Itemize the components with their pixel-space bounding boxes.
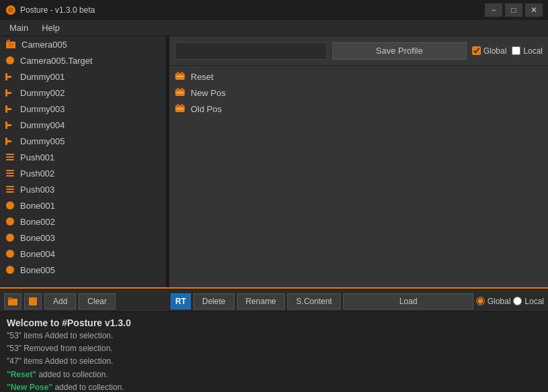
profile-item-label: New Pos — [191, 88, 226, 98]
global-radio[interactable] — [476, 297, 485, 305]
profile-item-label: Old Pos — [191, 104, 222, 114]
right-panel: Save Profile Global Local Reset — [169, 36, 548, 287]
dummy-icon — [5, 88, 15, 97]
list-item-label: Camera005.Target — [20, 56, 93, 66]
log-lines: "53" items Added to selection."53" Remov… — [7, 330, 541, 392]
profile-icon — [175, 71, 185, 82]
svg-rect-20 — [6, 170, 14, 171]
list-item-label: Push002 — [20, 168, 54, 179]
search-input[interactable] — [175, 42, 327, 60]
svg-rect-8 — [5, 73, 7, 81]
list-item[interactable]: Push001 — [0, 149, 166, 165]
list-item[interactable]: Bone004 — [0, 246, 166, 262]
load-button[interactable]: Load — [343, 293, 473, 309]
circle-icon — [5, 217, 15, 226]
dummy-icon — [5, 104, 15, 113]
svg-rect-22 — [6, 175, 14, 177]
list-item[interactable]: Camera005.Target — [0, 52, 166, 68]
svg-rect-34 — [177, 76, 183, 77]
list-item[interactable]: Push002 — [0, 165, 166, 181]
title-bar: Posture - v1.3.0 beta − □ ✕ — [0, 0, 548, 20]
circle-icon — [5, 265, 15, 275]
list-item-label: Bone002 — [20, 217, 55, 227]
s-content-button[interactable]: S.Content — [287, 293, 340, 309]
folder-icon — [8, 297, 17, 305]
log-line: "Reset" added to collection. — [7, 369, 541, 381]
svg-rect-21 — [6, 173, 14, 174]
list-item[interactable]: Bone005 — [0, 262, 166, 278]
svg-point-27 — [6, 217, 14, 226]
profile-item[interactable]: New Pos — [169, 85, 548, 101]
list-item-label: Dummy002 — [20, 88, 64, 98]
list-item-label: Dummy001 — [20, 72, 64, 82]
list-item-label: Bone003 — [20, 233, 55, 243]
toolbar-row: Add Clear RT Delete Rename S.Content Loa… — [0, 287, 548, 311]
list-item[interactable]: Dummy005 — [0, 133, 166, 149]
list-item[interactable]: Dummy004 — [0, 117, 166, 133]
log-line: "47" items Added to selection. — [7, 355, 541, 368]
list-item-label: Bone004 — [20, 249, 55, 259]
bottom-toolbar-right: RT Delete Rename S.Content Load Global L… — [167, 289, 548, 313]
menu-help[interactable]: Help — [35, 21, 66, 34]
circle-icon — [5, 233, 15, 242]
maximize-button[interactable]: □ — [505, 3, 522, 17]
local-radio[interactable] — [513, 297, 522, 305]
svg-rect-17 — [6, 154, 14, 155]
svg-rect-16 — [5, 138, 7, 145]
list-item-label: Camera005 — [21, 40, 67, 50]
profile-item[interactable]: Old Pos — [169, 101, 548, 117]
global-radio-label: Global — [488, 297, 511, 306]
profile-item-label: Reset — [191, 72, 214, 82]
dummy-icon — [5, 120, 15, 130]
svg-point-6 — [6, 56, 14, 64]
svg-rect-10 — [5, 89, 7, 97]
list-item-label: Push003 — [20, 185, 54, 195]
clear-button[interactable]: Clear — [79, 293, 116, 309]
svg-rect-23 — [6, 186, 14, 187]
log-panel: Welcome to #Posture v1.3.0 "53" items Ad… — [0, 311, 548, 392]
list-item[interactable]: Bone002 — [0, 213, 166, 230]
title-bar-left: Posture - v1.3.0 beta — [5, 5, 95, 15]
minimize-button[interactable]: − — [485, 3, 502, 17]
left-panel: Camera005 Camera005.Target Dummy001 Dumm… — [0, 36, 167, 287]
box-button[interactable] — [24, 293, 42, 309]
svg-point-1 — [8, 7, 13, 13]
lines-icon — [5, 168, 15, 178]
local-checkbox[interactable] — [512, 46, 520, 55]
rt-button[interactable]: RT — [171, 293, 191, 309]
svg-rect-44 — [8, 297, 12, 300]
left-list: Camera005 Camera005.Target Dummy001 Dumm… — [0, 36, 166, 278]
dummy-icon — [5, 136, 15, 146]
content-area: Camera005 Camera005.Target Dummy001 Dumm… — [0, 36, 548, 392]
rename-button[interactable]: Rename — [237, 293, 285, 309]
list-item[interactable]: Dummy001 — [0, 68, 166, 85]
add-button[interactable]: Add — [44, 293, 76, 309]
profile-item[interactable]: Reset — [169, 68, 548, 85]
list-item-label: Bone001 — [20, 201, 55, 211]
svg-rect-45 — [29, 297, 37, 305]
list-item[interactable]: Bone003 — [0, 230, 166, 246]
close-button[interactable]: ✕ — [525, 3, 543, 17]
svg-rect-41 — [181, 104, 183, 107]
folder-button[interactable] — [4, 293, 21, 309]
title-bar-controls: − □ ✕ — [485, 3, 543, 17]
local-label: Local — [523, 46, 543, 56]
global-checkbox[interactable] — [472, 46, 481, 55]
list-item-label: Bone005 — [20, 265, 55, 275]
global-checkbox-group: Global — [472, 46, 507, 56]
list-item[interactable]: Camera005 — [0, 36, 166, 52]
list-item-label: Dummy005 — [20, 136, 64, 146]
local-radio-label: Local — [524, 297, 544, 306]
delete-button[interactable]: Delete — [193, 293, 234, 309]
svg-rect-32 — [177, 72, 179, 75]
menu-main[interactable]: Main — [3, 21, 35, 34]
save-profile-button[interactable]: Save Profile — [332, 42, 467, 60]
list-item[interactable]: Dummy002 — [0, 85, 166, 101]
list-item[interactable]: Dummy003 — [0, 101, 166, 117]
svg-point-30 — [6, 266, 14, 274]
camera-icon — [5, 40, 16, 49]
list-item[interactable]: Bone001 — [0, 197, 166, 213]
list-item[interactable]: Push003 — [0, 181, 166, 197]
svg-rect-19 — [6, 159, 14, 160]
log-line: "New Pose" added to collection. — [7, 381, 541, 392]
